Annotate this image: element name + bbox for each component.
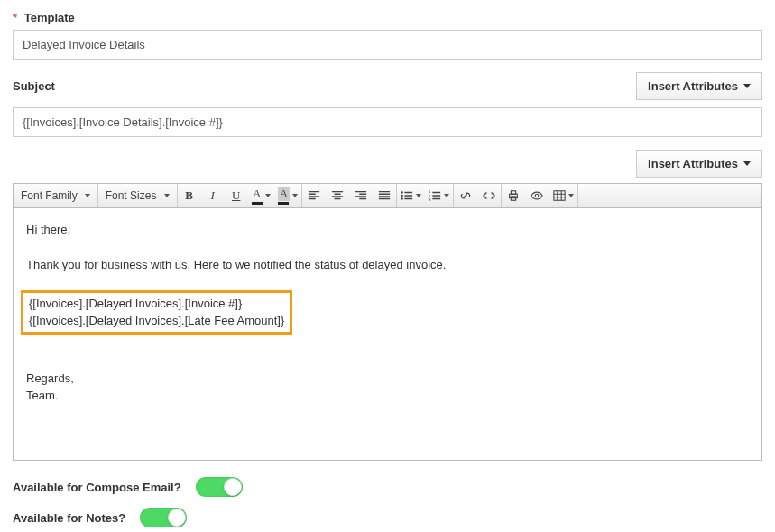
insert-attributes-subject-button[interactable]: Insert Attributes	[636, 72, 762, 100]
avail-notes-label: Available for Notes?	[13, 511, 125, 525]
editor-toolbar: Font Family Font Sizes B I U A A	[13, 183, 762, 208]
editor-signoff-2: Team.	[26, 387, 749, 405]
svg-text:3: 3	[429, 197, 431, 202]
template-label-text: Template	[24, 11, 75, 24]
merge-field-invoice: {[Invoices].[Delayed Invoices].[Invoice …	[29, 295, 284, 313]
toggle-knob	[224, 478, 242, 496]
align-right-icon	[355, 189, 367, 202]
print-button[interactable]	[502, 184, 525, 207]
subject-label: Subject	[13, 79, 55, 93]
bullet-list-icon	[401, 189, 413, 202]
underline-button[interactable]: U	[225, 184, 248, 207]
eye-icon	[531, 189, 543, 202]
align-center-icon	[331, 189, 344, 202]
caret-down-icon	[743, 84, 751, 88]
align-left-icon	[308, 189, 320, 202]
align-left-button[interactable]	[302, 184, 326, 207]
bold-button[interactable]: B	[178, 184, 201, 207]
font-sizes-select[interactable]: Font Sizes	[98, 184, 178, 207]
required-star: *	[13, 11, 17, 24]
merge-field-late-fee: {[Invoices].[Delayed Invoices].[Late Fee…	[29, 312, 284, 330]
table-button[interactable]	[549, 184, 577, 207]
svg-point-1	[401, 195, 403, 197]
insert-attributes-body-button[interactable]: Insert Attributes	[636, 150, 762, 178]
code-button[interactable]	[477, 184, 501, 207]
merge-fields-highlight: {[Invoices].[Delayed Invoices].[Invoice …	[21, 290, 292, 335]
numbered-list-button[interactable]: 123	[425, 184, 453, 207]
caret-down-icon	[164, 194, 170, 197]
avail-notes-toggle[interactable]	[140, 508, 187, 527]
align-right-button[interactable]	[349, 184, 373, 207]
link-icon	[459, 189, 472, 202]
italic-button[interactable]: I	[201, 184, 225, 207]
svg-rect-10	[554, 191, 565, 201]
editor-greeting: Hi there,	[26, 221, 749, 239]
caret-down-icon	[85, 194, 90, 197]
font-family-label: Font Family	[21, 189, 78, 202]
align-justify-button[interactable]	[373, 184, 396, 207]
text-color-button[interactable]: A	[248, 184, 274, 207]
caret-down-icon	[743, 161, 751, 166]
caret-down-icon	[444, 194, 449, 197]
svg-point-0	[401, 191, 403, 193]
insert-attributes-label: Insert Attributes	[648, 79, 738, 93]
code-icon	[483, 189, 495, 202]
caret-down-icon	[416, 194, 421, 197]
font-family-select[interactable]: Font Family	[14, 184, 98, 207]
editor-signoff-1: Regards,	[26, 370, 749, 388]
template-label: * Template	[13, 11, 762, 24]
subject-label-text: Subject	[13, 79, 55, 93]
caret-down-icon	[265, 194, 271, 197]
table-icon	[553, 189, 566, 202]
toggle-knob	[168, 509, 186, 527]
preview-button[interactable]	[525, 184, 549, 207]
print-icon	[507, 189, 520, 202]
svg-rect-7	[511, 191, 515, 195]
subject-input[interactable]	[13, 107, 762, 137]
svg-point-9	[535, 194, 539, 197]
caret-down-icon	[568, 194, 574, 197]
editor-body-text: Thank you for business with us. Here to …	[26, 256, 749, 274]
highlight-color-button[interactable]: A	[274, 184, 301, 207]
avail-compose-toggle[interactable]	[196, 477, 243, 497]
avail-compose-label: Available for Compose Email?	[13, 481, 181, 494]
align-center-button[interactable]	[326, 184, 349, 207]
font-sizes-label: Font Sizes	[106, 189, 157, 202]
insert-attributes-label-2: Insert Attributes	[648, 157, 738, 170]
svg-point-2	[401, 197, 403, 199]
link-button[interactable]	[454, 184, 477, 207]
bullet-list-button[interactable]	[397, 184, 425, 207]
template-name-input[interactable]	[13, 30, 762, 60]
align-justify-icon	[378, 189, 391, 202]
caret-down-icon	[292, 194, 298, 197]
editor-body[interactable]: Hi there, Thank you for business with us…	[13, 208, 762, 461]
numbered-list-icon: 123	[429, 189, 441, 202]
